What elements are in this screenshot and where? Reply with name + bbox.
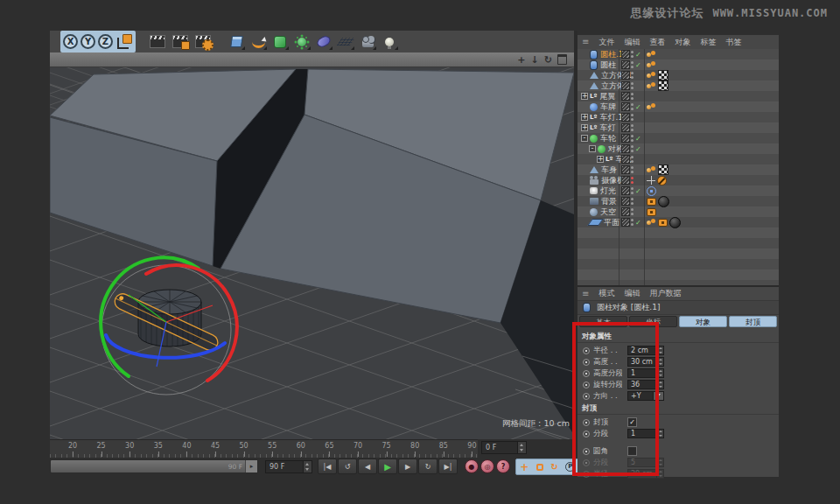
expand-icon[interactable]: + <box>597 156 604 163</box>
field-value-box[interactable]: 36 <box>627 380 664 389</box>
current-frame-spinner[interactable] <box>517 442 526 453</box>
visibility-dots-icon[interactable] <box>631 219 634 221</box>
visibility-dots-icon[interactable] <box>631 145 634 148</box>
object-row[interactable]: +Lº车轮 <box>578 154 779 164</box>
expand-icon[interactable]: + <box>581 114 588 121</box>
layer-toggle-icon[interactable] <box>621 197 630 206</box>
key-dot-icon[interactable] <box>583 393 590 400</box>
object-row[interactable]: +Lº车灯.1 <box>578 112 779 122</box>
object-row[interactable]: 车身 <box>578 164 779 175</box>
add-generator-button[interactable] <box>270 32 290 51</box>
crosshair-tag-icon[interactable] <box>647 176 655 185</box>
key-dot-icon[interactable] <box>583 359 590 366</box>
add-spline-button[interactable] <box>248 32 268 51</box>
layer-toggle-icon[interactable] <box>621 123 630 132</box>
add-floor-button[interactable] <box>336 32 355 51</box>
add-light-button[interactable] <box>380 32 399 51</box>
field-value-box[interactable]: 20 cm <box>627 469 664 479</box>
key-dot-icon[interactable] <box>583 419 590 426</box>
visibility-dots-icon[interactable] <box>631 103 634 106</box>
spinner-icon[interactable] <box>656 346 663 354</box>
layer-toggle-icon[interactable] <box>621 218 630 227</box>
am-menu-item[interactable]: 用户数据 <box>649 288 681 299</box>
expand-icon[interactable]: + <box>581 124 588 131</box>
key-dot-icon[interactable] <box>583 430 590 438</box>
prev-frame-button[interactable]: ◀ <box>358 458 377 474</box>
visibility-dots-icon[interactable] <box>631 156 634 158</box>
phong-tag-icon[interactable] <box>647 61 656 69</box>
object-row[interactable]: 圆柱.1✓ <box>578 49 779 60</box>
goto-start-button[interactable]: |◀ <box>318 458 337 474</box>
object-row[interactable]: 灯光✓ <box>578 186 779 196</box>
spinner-icon[interactable] <box>656 470 663 478</box>
om-menu-item[interactable]: 书签 <box>725 37 741 48</box>
key-dot-icon[interactable] <box>583 448 590 455</box>
key-position-toggle[interactable]: + <box>520 462 528 472</box>
layer-toggle-icon[interactable] <box>621 50 630 59</box>
visibility-dots-icon[interactable] <box>631 72 634 74</box>
compositing-tag-icon[interactable] <box>658 219 668 227</box>
object-row[interactable]: 圆柱✓ <box>578 60 779 70</box>
viewport-dolly-icon[interactable]: ↓ <box>531 55 539 65</box>
field-checkbox[interactable]: ✓ <box>627 417 637 427</box>
field-value-box[interactable]: 1 <box>627 429 664 438</box>
spinner-icon[interactable] <box>656 381 663 388</box>
key-parameter-toggle[interactable]: P <box>565 462 575 472</box>
layer-toggle-icon[interactable] <box>621 165 630 174</box>
object-row[interactable]: +Lº车灯 <box>578 122 779 133</box>
viewport-3d-scene[interactable]: 网格间距：10 cm <box>50 67 574 439</box>
key-dot-icon[interactable] <box>583 471 590 478</box>
layer-toggle-icon[interactable] <box>621 92 630 101</box>
tab-对象[interactable]: 对象 <box>679 316 727 327</box>
field-value-box[interactable]: 5 <box>627 458 664 467</box>
layer-toggle-icon[interactable] <box>621 60 630 69</box>
loop-button[interactable]: ↻ <box>418 458 438 474</box>
object-row[interactable]: 车牌✓ <box>578 102 779 112</box>
texture-tag-icon[interactable] <box>658 196 669 207</box>
add-camera-button[interactable] <box>358 32 377 51</box>
object-row[interactable]: 摄像机 <box>578 175 779 186</box>
field-checkbox[interactable] <box>627 446 637 456</box>
expand-icon[interactable]: + <box>581 93 588 100</box>
light-target-tag-icon[interactable] <box>647 186 656 196</box>
phong-tag-icon[interactable] <box>647 82 656 90</box>
enabled-check-icon[interactable]: ✓ <box>635 219 641 227</box>
visibility-dots-icon[interactable] <box>631 177 634 179</box>
visibility-dots-icon[interactable] <box>631 187 634 190</box>
layer-toggle-icon[interactable] <box>621 207 630 216</box>
axis-lock-z-button[interactable]: Z <box>98 34 113 49</box>
key-dot-icon[interactable] <box>583 347 590 354</box>
enabled-check-icon[interactable]: ✓ <box>635 135 641 143</box>
key-dot-icon[interactable] <box>583 370 590 377</box>
spinner-icon[interactable] <box>656 430 663 438</box>
checker-tag-icon[interactable] <box>658 164 668 175</box>
phong-tag-icon[interactable] <box>647 72 656 80</box>
render-picture-viewer-button[interactable] <box>171 32 190 51</box>
layer-toggle-icon[interactable] <box>621 155 630 164</box>
tab-封顶[interactable]: 封顶 <box>729 316 777 327</box>
next-frame-button[interactable]: ▶ <box>398 458 417 474</box>
om-menu-item[interactable]: 文件 <box>598 37 614 48</box>
render-view-button[interactable] <box>148 32 167 51</box>
enabled-check-icon[interactable]: ✓ <box>635 61 641 69</box>
collapse-icon[interactable]: - <box>589 145 596 152</box>
layer-toggle-icon[interactable] <box>621 102 630 111</box>
preview-range-slider[interactable]: 90 F ▸ <box>50 459 258 473</box>
visibility-dots-icon[interactable] <box>631 135 634 137</box>
phong-tag-icon[interactable] <box>647 166 656 174</box>
axis-lock-y-button[interactable]: Y <box>80 34 95 49</box>
enabled-check-icon[interactable]: ✓ <box>635 51 641 59</box>
add-primitive-button[interactable] <box>227 32 246 51</box>
key-dot-icon[interactable] <box>583 459 590 466</box>
viewport-toggle-icon[interactable] <box>557 54 567 65</box>
am-burger-icon[interactable]: ≡ <box>582 290 589 298</box>
play-reverse-button[interactable]: ↺ <box>338 458 357 474</box>
object-name[interactable]: 平面 <box>604 217 620 228</box>
spinner-icon[interactable] <box>656 369 663 377</box>
goto-end-button[interactable]: ▶| <box>438 458 458 474</box>
key-scale-toggle[interactable] <box>536 464 543 471</box>
viewport-rotate-icon[interactable]: ↻ <box>544 55 552 65</box>
visibility-dots-icon[interactable] <box>631 61 634 64</box>
layer-toggle-icon[interactable] <box>621 71 630 80</box>
field-value-box[interactable]: 30 cm <box>627 357 664 367</box>
